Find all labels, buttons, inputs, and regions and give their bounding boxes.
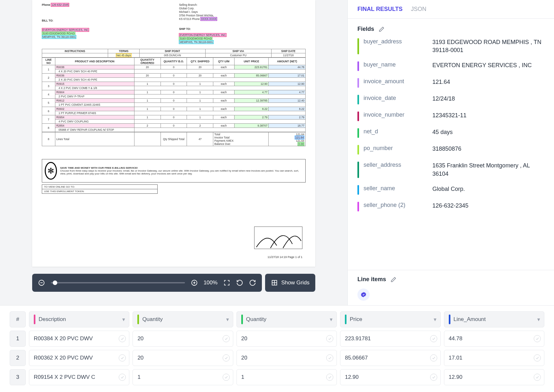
field-value: 3193 EDGEWOOD ROAD MEMPHIS , TN 39118-00… [432, 38, 544, 54]
field-color-bar [357, 95, 359, 104]
field-row-net-d[interactable]: net_d 45 days [357, 128, 544, 138]
chevron-down-icon[interactable]: ▾ [122, 316, 125, 323]
field-row-seller-phone--2-[interactable]: seller_phone (2) 126-632-2345 [357, 202, 544, 211]
approve-check-icon[interactable] [119, 335, 126, 342]
li-cell[interactable]: 20 [133, 331, 233, 347]
chevron-down-icon[interactable]: ▾ [537, 316, 540, 323]
verified-badge[interactable] [357, 289, 370, 301]
viewer-toolbar: 100% Show Grids [32, 274, 315, 292]
approve-check-icon[interactable] [326, 335, 333, 342]
li-col-header[interactable]: Line_Amount▾ [444, 311, 544, 327]
approve-check-icon[interactable] [223, 354, 230, 361]
li-cell[interactable]: 223.91781 [340, 331, 440, 347]
li-col-header[interactable]: Quantity▾ [236, 311, 337, 327]
approve-check-icon[interactable] [223, 374, 230, 381]
field-row-invoice-date[interactable]: invoice_date 12/24/18 [357, 95, 544, 104]
li-cell[interactable]: R00362 X 20 PVC DWV [29, 350, 129, 366]
li-cell[interactable]: 85.06667 [340, 350, 440, 366]
approve-check-icon[interactable] [326, 374, 333, 381]
li-index-header: # [10, 311, 26, 327]
approve-check-icon[interactable] [430, 335, 437, 342]
li-cell[interactable]: 20 [236, 350, 337, 366]
save-time-money-badge: ✻ [45, 162, 57, 180]
page-footer: 11/27/18 14:19 Page 1 of 1 [267, 255, 302, 259]
li-cell[interactable]: 20 [133, 350, 233, 366]
selling-branch-label: Selling Branch: [179, 3, 306, 7]
li-cell[interactable]: 20 [236, 331, 337, 347]
bill-to-label: BILL TO: [42, 19, 169, 22]
field-row-seller-name[interactable]: seller_name Global Corp. [357, 185, 544, 195]
li-cell[interactable]: 12.90 [444, 369, 544, 385]
zoom-slider[interactable] [51, 282, 185, 283]
shipto-addr2: MEMPHIS, TN 39118-0001 [179, 40, 213, 44]
ship-to-label: SHIP TO: [179, 27, 306, 31]
signature-area [254, 227, 302, 249]
field-value: 126-632-2345 [432, 202, 544, 210]
li-cell[interactable]: 1 [133, 369, 233, 385]
approve-check-icon[interactable] [430, 374, 437, 381]
tab-final-results[interactable]: FINAL RESULTS [357, 6, 402, 13]
invoice-header-table: INSTRUCTIONS TERMS SHIP POINT SHIP VIA S… [42, 49, 306, 58]
field-row-invoice-amount[interactable]: invoice_amount 121.64 [357, 78, 544, 88]
li-col-header[interactable]: Description▾ [29, 311, 129, 327]
field-row-buyer-address[interactable]: buyer_address 3193 EDGEWOOD ROAD MEMPHIS… [357, 38, 544, 54]
field-color-bar [357, 128, 359, 138]
field-row-buyer-name[interactable]: buyer_name EVERTON ENERGY SERVICES , INC [357, 61, 544, 71]
field-color-bar [357, 78, 359, 88]
approve-check-icon[interactable] [534, 335, 541, 342]
approve-check-icon[interactable] [326, 354, 333, 361]
rotate-ccw-icon[interactable] [236, 279, 243, 286]
document-preview[interactable]: Phone 126-632-2345 BILL TO: EVERTON ENER… [32, 0, 315, 267]
li-cell[interactable]: R09154 X 2 PVC DWV C [29, 369, 129, 385]
edit-fields-icon[interactable] [379, 26, 384, 32]
li-col-header[interactable]: Price▾ [340, 311, 440, 327]
field-row-invoice-number[interactable]: invoice_number 12345321-11 [357, 111, 544, 121]
field-row-seller-address[interactable]: seller_address 1635 Franklin Street Mont… [357, 162, 544, 178]
field-value: 12345321-11 [432, 111, 544, 120]
show-grids-button[interactable]: Show Grids [271, 279, 309, 286]
rotate-cw-icon[interactable] [249, 279, 256, 286]
approve-check-icon[interactable] [223, 335, 230, 342]
fields-list: buyer_address 3193 EDGEWOOD ROAD MEMPHIS… [357, 38, 544, 211]
zoom-out-icon[interactable] [38, 279, 45, 286]
approve-check-icon[interactable] [534, 374, 541, 381]
approve-check-icon[interactable] [119, 374, 126, 381]
line-items-section-title: Line items [357, 276, 386, 283]
field-color-bar [357, 162, 359, 178]
li-cell[interactable]: R00384 X 20 PVC DWV [29, 331, 129, 347]
field-value: Global Corp. [432, 185, 544, 193]
field-color-bar [357, 145, 359, 155]
ebilling-promo-box: ✻ SAVE TIME AND MONEY WITH OUR FREE E-BI… [42, 159, 306, 183]
li-col-header[interactable]: Quantity▾ [133, 311, 233, 327]
phone-label: Phone [42, 3, 50, 6]
edit-line-items-icon[interactable] [391, 277, 396, 282]
zoom-in-icon[interactable] [191, 279, 198, 286]
field-row-po-number[interactable]: po_number 318850876 [357, 145, 544, 155]
li-cell[interactable]: 17.01 [444, 350, 544, 366]
li-row-index: 2 [10, 350, 26, 366]
field-value: EVERTON ENERGY SERVICES , INC [432, 61, 544, 69]
approve-check-icon[interactable] [534, 354, 541, 361]
seller-addr2: KS 67213 [179, 17, 191, 21]
chevron-down-icon[interactable]: ▾ [330, 316, 333, 323]
li-cell[interactable]: 1 [236, 369, 337, 385]
seller-contact: Michael I. Days [179, 10, 306, 14]
field-color-bar [357, 185, 359, 195]
field-value: 318850876 [432, 145, 544, 153]
li-cell[interactable]: 44.78 [444, 331, 544, 347]
seller-phone-masked: XXXX-XXXX [200, 17, 217, 21]
li-row-index: 1 [10, 331, 26, 347]
chevron-down-icon[interactable]: ▾ [226, 316, 229, 323]
zoom-level: 100% [204, 280, 217, 286]
field-key: po_number [364, 145, 428, 152]
grid-icon [271, 279, 278, 286]
chevron-down-icon[interactable]: ▾ [434, 316, 437, 323]
results-tabs: FINAL RESULTS JSON [348, 0, 554, 19]
approve-check-icon[interactable] [119, 354, 126, 361]
tab-json[interactable]: JSON [411, 6, 426, 13]
approve-check-icon[interactable] [430, 354, 437, 361]
li-cell[interactable]: 12.90 [340, 369, 440, 385]
field-value: 121.64 [432, 78, 544, 86]
field-color-bar [357, 111, 359, 121]
expand-icon[interactable] [223, 279, 230, 286]
